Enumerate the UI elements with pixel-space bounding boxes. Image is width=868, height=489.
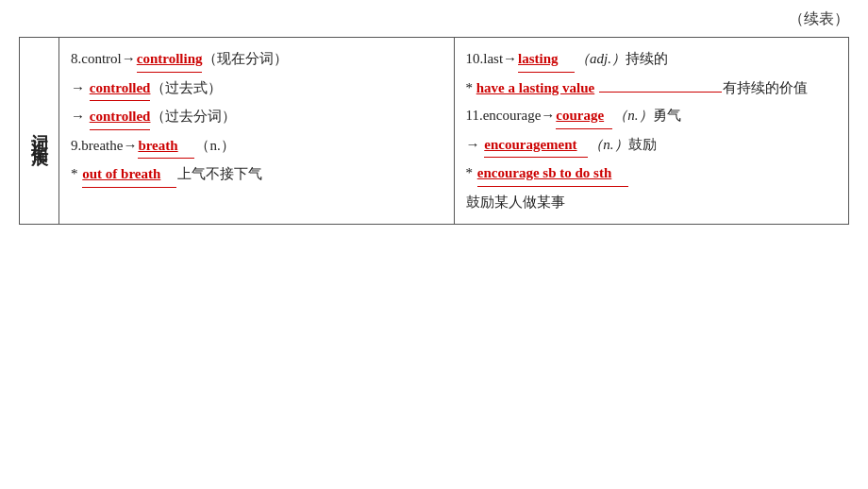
row-encourage-sb: * encourage sb to do sth xyxy=(466,161,838,187)
row-lasting-value: * have a lasting value 有持续的价值 xyxy=(466,76,838,101)
row-8-control: 8.control→controlling（现在分词） xyxy=(71,47,442,73)
blank-lasting: lasting xyxy=(518,47,575,73)
row-8-prefix: 8.control→ xyxy=(71,51,136,66)
row-out-of-breath: * out of breath上气不接下气 xyxy=(71,162,442,188)
row-10-last: 10.last→lasting（adj.）持续的 xyxy=(466,47,838,73)
col-right: 10.last→lasting（adj.）持续的 * have a lastin… xyxy=(455,38,849,224)
star-esb: * xyxy=(466,165,476,180)
star-oob: * xyxy=(71,166,81,181)
blank-controlling: controlling xyxy=(137,47,203,73)
table-content: 8.control→controlling（现在分词） → controlled… xyxy=(59,38,848,224)
blank-out-of-breath: out of breath xyxy=(82,162,176,188)
vocabulary-table: 词汇拓展 8.control→controlling（现在分词） → contr… xyxy=(19,37,849,225)
blank-encouragement: encouragement xyxy=(484,133,588,159)
row-9-prefix: 9.breathe→ xyxy=(71,138,137,153)
page-container: （续表） 词汇拓展 8.control→controlling（现在分词） → … xyxy=(0,0,868,489)
row-encouragement: → encouragement（n.）鼓励 xyxy=(466,133,838,159)
xu-biao-label: （续表） xyxy=(789,9,849,29)
row-10-prefix: 10.last→ xyxy=(466,51,518,66)
row-encourage-sb-2: 鼓励某人做某事 xyxy=(466,191,838,215)
row-controlled-participle: → controlled（过去分词） xyxy=(71,105,442,130)
row-11-encourage: 11.encourage→courage（n.）勇气 xyxy=(466,104,838,129)
row-11-prefix: 11.encourage→ xyxy=(466,108,556,123)
col-left: 8.control→controlling（现在分词） → controlled… xyxy=(59,38,455,224)
row-controlled-past: → controlled（过去式） xyxy=(71,76,442,102)
row-cpp-prefix: → xyxy=(71,109,85,124)
blank-controlled-past: controlled xyxy=(90,76,151,102)
row-9-breathe: 9.breathe→breath（n.） xyxy=(71,134,442,160)
row-cp-prefix: → xyxy=(71,80,85,95)
row-enc-prefix: → xyxy=(466,137,480,152)
left-header-label: 词汇拓展 xyxy=(20,38,59,224)
star-lv: * xyxy=(466,80,476,95)
blank-breath: breath xyxy=(138,134,194,160)
blank-encourage-sb: encourage sb to do sth xyxy=(477,161,628,187)
blank-lasting-value xyxy=(599,92,722,93)
blank-controlled-pp: controlled xyxy=(90,105,151,130)
blank-courage: courage xyxy=(556,104,612,129)
